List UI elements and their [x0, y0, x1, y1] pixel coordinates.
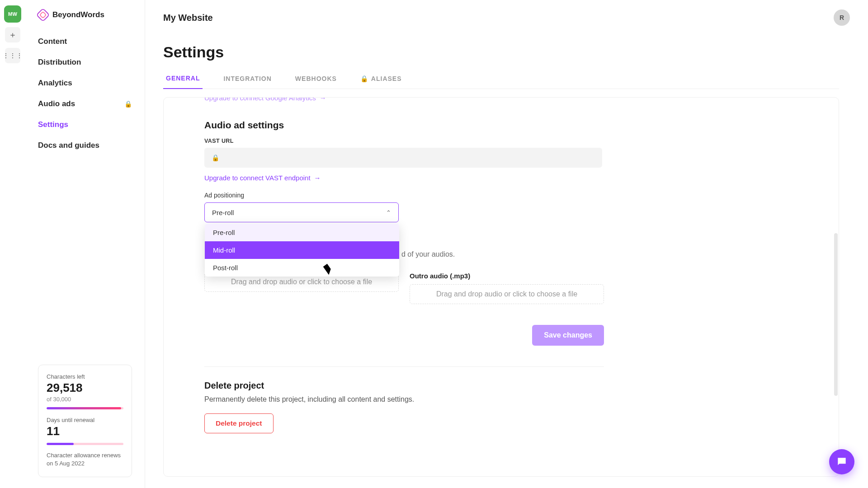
ad-positioning-select[interactable]: Pre-roll ⌃ Pre-roll Mid-roll Post-roll [204, 202, 399, 222]
select-value: Pre-roll [212, 209, 234, 216]
tab-webhooks[interactable]: WEBHOOKS [292, 69, 340, 89]
nav-label: Analytics [38, 79, 72, 88]
days-renewal-value: 11 [47, 424, 123, 438]
days-progress [47, 443, 123, 445]
brand-logo[interactable]: BeyondWords [38, 10, 132, 20]
nav-label: Audio ads [38, 99, 75, 108]
chars-progress-fill [47, 407, 121, 409]
icon-rail: MW ＋ ⋮⋮⋮ [0, 0, 25, 488]
tab-label: ALIASES [371, 75, 402, 82]
option-pre-roll[interactable]: Pre-roll [205, 224, 399, 241]
project-title: My Website [163, 13, 213, 23]
section-delete-project: Delete project [204, 380, 798, 391]
link-text: Upgrade to connect VAST endpoint [204, 174, 311, 182]
tab-aliases[interactable]: 🔒 ALIASES [358, 69, 405, 89]
settings-tabs: GENERAL INTEGRATION WEBHOOKS 🔒 ALIASES [163, 69, 839, 89]
nav-docs[interactable]: Docs and guides [38, 141, 132, 150]
ad-positioning-dropdown: Pre-roll Mid-roll Post-roll [205, 224, 399, 277]
brand-name: BeyondWords [52, 10, 104, 19]
section-divider [204, 366, 604, 367]
lock-icon: 🔒 [124, 100, 132, 108]
upgrade-google-analytics-link[interactable]: Upgrade to connect Google Analytics → [204, 97, 326, 102]
arrow-right-icon: → [320, 97, 326, 102]
plus-icon: ＋ [9, 29, 17, 40]
lock-icon: 🔒 [360, 75, 368, 82]
nav-label: Distribution [38, 58, 81, 67]
account-avatar[interactable]: R [834, 9, 850, 26]
delete-project-button[interactable]: Delete project [204, 413, 274, 433]
days-progress-fill [47, 443, 74, 445]
tab-integration[interactable]: INTEGRATION [221, 69, 274, 89]
chars-left-value: 29,518 [47, 381, 123, 395]
add-workspace-button[interactable]: ＋ [5, 27, 20, 42]
option-post-roll[interactable]: Post-roll [205, 259, 399, 277]
usage-card: Characters left 29,518 of 30,000 Days un… [38, 365, 132, 477]
upgrade-vast-link[interactable]: Upgrade to connect VAST endpoint → [204, 174, 321, 182]
sidebar: BeyondWords Content Distribution Analyti… [25, 0, 145, 488]
section-audio-ad-settings: Audio ad settings [204, 120, 798, 131]
nav-label: Settings [38, 120, 68, 129]
chars-progress [47, 407, 123, 409]
settings-panel: Upgrade to connect Google Analytics → Au… [163, 97, 839, 477]
lock-icon: 🔒 [212, 154, 219, 161]
outro-audio-label: Outro audio (.mp3) [410, 272, 604, 280]
nav-settings[interactable]: Settings [38, 120, 132, 129]
vast-url-label: VAST URL [204, 138, 798, 144]
chars-left-of: of 30,000 [47, 396, 123, 403]
apps-grid-button[interactable]: ⋮⋮⋮ [5, 48, 20, 63]
intro-outro-hint-partial: d of your audios. [401, 250, 455, 258]
chat-icon [836, 456, 848, 468]
primary-nav: Content Distribution Analytics Audio ads… [38, 37, 132, 150]
page-title: Settings [163, 43, 839, 61]
days-renewal-label: Days until renewal [47, 417, 123, 423]
topbar: My Website R [145, 0, 868, 35]
nav-analytics[interactable]: Analytics [38, 79, 132, 88]
usage-note: Character allowance renews on 5 Aug 2022 [47, 451, 123, 468]
nav-distribution[interactable]: Distribution [38, 58, 132, 67]
workspace-badge[interactable]: MW [5, 6, 20, 22]
nav-content[interactable]: Content [38, 37, 132, 46]
option-mid-roll[interactable]: Mid-roll [205, 241, 399, 259]
link-text: Upgrade to connect Google Analytics [204, 97, 316, 102]
vast-url-field: 🔒 [204, 148, 602, 168]
delete-project-text: Permanently delete this project, includi… [204, 395, 798, 404]
chevron-up-icon: ⌃ [386, 209, 391, 216]
outro-audio-dropzone[interactable]: Drag and drop audio or click to choose a… [410, 284, 604, 304]
save-changes-button[interactable]: Save changes [532, 325, 604, 346]
grid-icon: ⋮⋮⋮ [3, 52, 23, 59]
nav-audio-ads[interactable]: Audio ads 🔒 [38, 99, 132, 108]
brand-mark-icon [36, 8, 50, 22]
ad-positioning-label: Ad positioning [204, 192, 798, 199]
chars-left-label: Characters left [47, 373, 123, 380]
nav-label: Content [38, 37, 67, 46]
chat-support-button[interactable] [829, 449, 854, 474]
tab-general[interactable]: GENERAL [163, 69, 203, 89]
main: Settings GENERAL INTEGRATION WEBHOOKS 🔒 … [145, 35, 857, 477]
arrow-right-icon: → [314, 174, 321, 182]
nav-label: Docs and guides [38, 141, 99, 150]
